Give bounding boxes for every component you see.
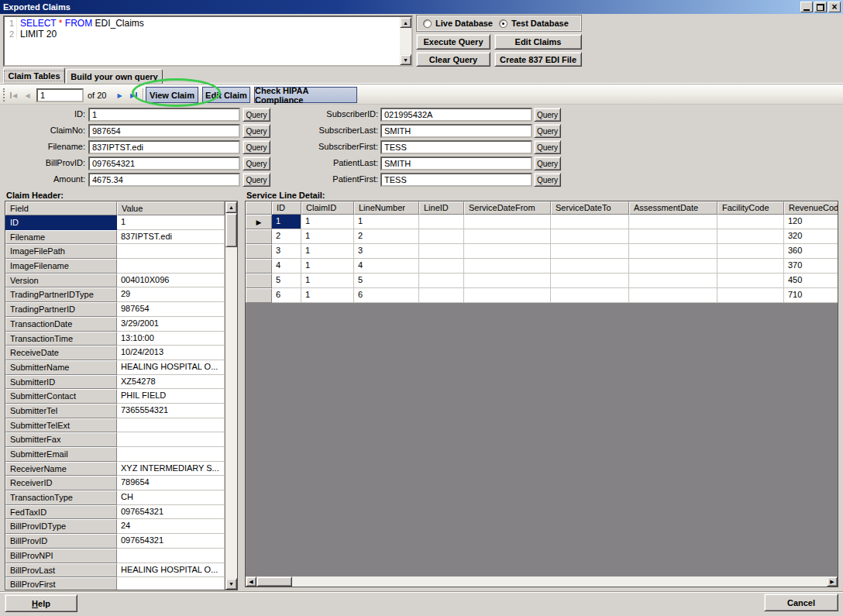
value-cell[interactable]: XYZ INTERMEDIARY S... — [117, 462, 225, 477]
query-button[interactable]: Query — [534, 140, 561, 154]
data-cell[interactable]: 1 — [301, 229, 354, 244]
field-cell[interactable]: TransactionDate — [5, 317, 117, 332]
column-header[interactable]: ID — [272, 201, 301, 215]
toolbar-grip-icon[interactable] — [3, 88, 5, 102]
scroll-left-icon[interactable]: ◀ — [246, 576, 256, 587]
query-button[interactable]: Query — [534, 108, 561, 122]
data-cell[interactable] — [717, 244, 784, 259]
value-cell[interactable]: 10/24/2013 — [117, 346, 225, 360]
field-cell[interactable]: SubmitterName — [5, 360, 117, 375]
query-button[interactable]: Query — [243, 124, 270, 138]
edit-claims-button[interactable]: Edit Claims — [494, 34, 582, 50]
query-button[interactable]: Query — [243, 157, 270, 170]
data-cell[interactable]: 120 — [784, 215, 838, 229]
claim-header-scrollbar[interactable]: ▲ ▼ — [225, 201, 237, 590]
data-cell[interactable]: 6 — [272, 288, 301, 303]
field-input[interactable] — [88, 140, 240, 154]
row-selector-cell[interactable]: ▶ — [246, 215, 272, 229]
data-cell[interactable]: 2 — [272, 229, 301, 244]
field-input[interactable] — [380, 124, 532, 138]
row-selector-cell[interactable] — [246, 259, 272, 274]
field-cell[interactable]: TradingPartnerID — [5, 302, 117, 317]
data-cell[interactable] — [551, 215, 629, 229]
data-cell[interactable]: 2 — [354, 229, 419, 244]
query-button[interactable]: Query — [534, 157, 561, 170]
field-input[interactable] — [88, 173, 240, 187]
value-cell[interactable]: 13:10:00 — [117, 332, 225, 346]
next-record-button[interactable]: ▶ — [113, 88, 126, 102]
data-cell[interactable] — [629, 274, 717, 288]
check-hipaa-compliance-button[interactable]: Check HIPAA Compliance — [254, 87, 357, 103]
query-button[interactable]: Query — [243, 108, 270, 122]
value-cell[interactable]: 004010X096 — [117, 274, 225, 288]
value-cell[interactable]: 097654321 — [117, 534, 225, 549]
data-cell[interactable]: 1 — [301, 259, 354, 274]
field-input[interactable] — [380, 157, 532, 170]
field-cell[interactable]: ID — [5, 215, 117, 230]
data-cell[interactable] — [629, 259, 717, 274]
data-cell[interactable] — [629, 244, 717, 259]
value-cell[interactable]: 24 — [117, 519, 225, 534]
record-number-input[interactable] — [36, 88, 84, 102]
minimize-button[interactable] — [800, 2, 813, 12]
field-cell[interactable]: SubmitterContact — [5, 389, 117, 404]
field-input[interactable] — [88, 108, 240, 122]
scroll-right-icon[interactable]: ▶ — [827, 576, 838, 587]
data-cell[interactable] — [629, 215, 717, 229]
first-record-button[interactable]: ◀ — [7, 88, 20, 102]
field-cell[interactable]: SubmitterTel — [5, 404, 117, 418]
tab-claim-tables[interactable]: Claim Tables — [3, 67, 65, 84]
field-cell[interactable]: SubmitterEmail — [5, 447, 117, 462]
data-cell[interactable] — [717, 259, 784, 274]
data-cell[interactable] — [419, 215, 464, 229]
scroll-down-icon[interactable]: ▼ — [400, 54, 411, 65]
radio-live-database[interactable]: Live Database — [423, 19, 493, 28]
field-cell[interactable]: Version — [5, 274, 117, 288]
data-cell[interactable]: 710 — [784, 288, 838, 303]
data-cell[interactable]: 4 — [354, 259, 419, 274]
last-record-button[interactable]: ▶ — [127, 88, 140, 102]
column-header[interactable]: LineID — [419, 201, 464, 215]
value-cell[interactable]: XZ54278 — [117, 375, 225, 390]
value-cell[interactable] — [117, 432, 225, 447]
field-cell[interactable]: ImageFilename — [5, 259, 117, 274]
field-cell[interactable]: BillProvID — [5, 534, 117, 549]
data-cell[interactable] — [464, 259, 551, 274]
query-button[interactable]: Query — [243, 173, 270, 187]
field-cell[interactable]: TransactionType — [5, 490, 117, 505]
data-cell[interactable]: 1 — [272, 215, 301, 229]
sql-editor-scrollbar[interactable]: ▲ ▼ — [400, 17, 411, 65]
scroll-up-icon[interactable]: ▲ — [225, 201, 237, 213]
row-selector-cell[interactable] — [246, 244, 272, 259]
column-header[interactable]: AssessmentDate — [629, 201, 717, 215]
data-cell[interactable]: 1 — [301, 274, 354, 288]
column-header[interactable]: ServiceDateTo — [551, 201, 629, 215]
scrollbar-thumb[interactable] — [256, 576, 292, 587]
field-cell[interactable]: ReceiverName — [5, 462, 117, 477]
field-input[interactable] — [380, 173, 532, 187]
value-cell[interactable]: 097654321 — [117, 505, 225, 520]
value-cell[interactable]: 837IPTST.edi — [117, 230, 225, 245]
field-cell[interactable]: ReceiverID — [5, 476, 117, 490]
sql-line-text[interactable]: SELECT * FROM EDI_Claims — [17, 18, 144, 29]
value-cell[interactable] — [117, 418, 225, 433]
restore-button[interactable] — [814, 2, 827, 12]
data-cell[interactable]: 320 — [784, 229, 838, 244]
scroll-up-icon[interactable]: ▲ — [400, 17, 411, 28]
data-cell[interactable] — [551, 274, 629, 288]
cancel-button[interactable]: Cancel — [764, 594, 838, 611]
value-cell[interactable] — [117, 577, 225, 590]
close-button[interactable]: × — [828, 2, 841, 12]
field-cell[interactable]: BillProvIDType — [5, 519, 117, 534]
data-cell[interactable]: 5 — [272, 274, 301, 288]
data-cell[interactable] — [419, 244, 464, 259]
field-cell[interactable]: FedTaxID — [5, 505, 117, 520]
help-button[interactable]: Help — [5, 594, 77, 612]
data-cell[interactable]: 450 — [784, 274, 838, 288]
value-cell[interactable]: CH — [117, 490, 225, 505]
edit-claim-button[interactable]: Edit Claim — [202, 87, 250, 103]
value-cell[interactable]: 987654 — [117, 302, 225, 317]
view-claim-button[interactable]: View Claim — [146, 87, 198, 103]
field-input[interactable] — [380, 108, 532, 122]
field-cell[interactable]: BillProvLast — [5, 563, 117, 578]
